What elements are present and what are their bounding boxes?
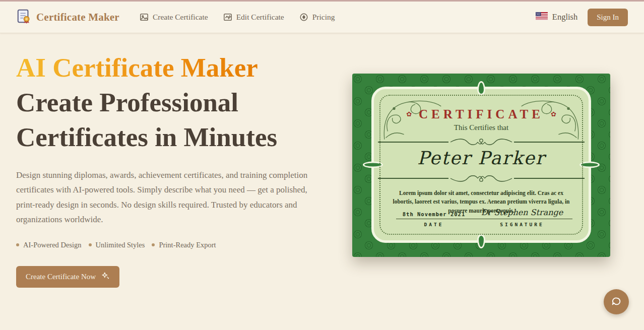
main-nav: Create Certificate Edit Certificate Pr <box>140 13 335 22</box>
signature-value: Dr Stephen Strange <box>472 208 572 219</box>
feature-label: Unlimited Styles <box>96 241 145 249</box>
certificate-heading: CERTIFICATE <box>419 107 544 121</box>
feature-item: AI-Powered Design <box>16 241 82 249</box>
date-value: 8th November 2021 <box>396 211 472 219</box>
certificate-preview: ✿ CERTIFICATE ✿ This Certifies that Pet <box>352 74 610 257</box>
certificate-heading-row: ✿ CERTIFICATE ✿ <box>406 107 556 121</box>
cta-label: Create Certificate Now <box>26 273 96 281</box>
hero-description: Design stunning diplomas, awards, achiev… <box>16 168 308 227</box>
date-label: DATE <box>424 222 444 227</box>
main-header: Certificate Maker Create Certificate <box>0 2 644 33</box>
page-title-line3: Certificates in Minutes <box>16 122 277 152</box>
nav-pricing[interactable]: Pricing <box>299 13 335 22</box>
bullet-dot <box>152 243 155 246</box>
brand-title: Certificate Maker <box>36 11 119 24</box>
signature-label: SIGNATURE <box>500 222 544 227</box>
feature-label: Print-Ready Export <box>159 241 216 249</box>
flower-ornament: ✿ <box>406 110 412 118</box>
signature-block: Dr Stephen Strange SIGNATURE <box>472 208 572 227</box>
feature-item: Unlimited Styles <box>89 241 145 249</box>
hero-section: AI Certificate Maker Create Professional… <box>0 33 644 329</box>
flower-ornament: ✿ <box>551 110 556 118</box>
page-title-accent: AI Certificate Maker <box>16 53 258 82</box>
certificate-panel: ✿ CERTIFICATE ✿ This Certifies that Pet <box>371 87 591 243</box>
nav-label: Edit Certificate <box>236 13 284 22</box>
sign-in-button[interactable]: Sign In <box>588 9 628 26</box>
feature-item: Print-Ready Export <box>152 241 216 249</box>
image-edit-icon <box>223 13 232 22</box>
page-title: AI Certificate Maker Create Professional… <box>16 50 329 155</box>
flourish-divider <box>378 137 585 148</box>
bullet-dot <box>89 243 92 246</box>
flourish-divider <box>378 173 585 184</box>
nav-create-certificate[interactable]: Create Certificate <box>140 13 208 22</box>
nav-label: Create Certificate <box>153 13 208 22</box>
certificate-medal-icon <box>16 9 31 26</box>
us-flag-icon <box>536 12 548 23</box>
image-icon <box>140 13 149 22</box>
page-title-line2: Create Professional <box>16 88 238 117</box>
brand-logo[interactable]: Certificate Maker <box>16 9 119 26</box>
header-right: English Sign In <box>536 9 628 26</box>
certificate-subheading: This Certifies that <box>454 123 508 132</box>
create-certificate-button[interactable]: Create Certificate Now <box>16 266 119 288</box>
language-selector[interactable]: English <box>536 12 577 23</box>
certificate-footer: 8th November 2021 DATE Dr Stephen Strang… <box>396 208 566 227</box>
bullet-dot <box>16 243 19 246</box>
hero-copy: AI Certificate Maker Create Professional… <box>16 50 329 288</box>
chat-button[interactable] <box>604 289 629 314</box>
feature-list: AI-Powered Design Unlimited Styles Print… <box>16 241 329 249</box>
nav-label: Pricing <box>312 13 335 22</box>
feature-label: AI-Powered Design <box>23 241 82 249</box>
language-label: English <box>552 12 577 22</box>
nav-edit-certificate[interactable]: Edit Certificate <box>223 13 284 22</box>
recipient-name: Peter Parker <box>417 148 545 168</box>
date-block: 8th November 2021 DATE <box>396 211 472 227</box>
chat-bubble-icon <box>611 296 622 308</box>
sparkle-icon <box>101 272 110 282</box>
target-icon <box>299 13 308 22</box>
